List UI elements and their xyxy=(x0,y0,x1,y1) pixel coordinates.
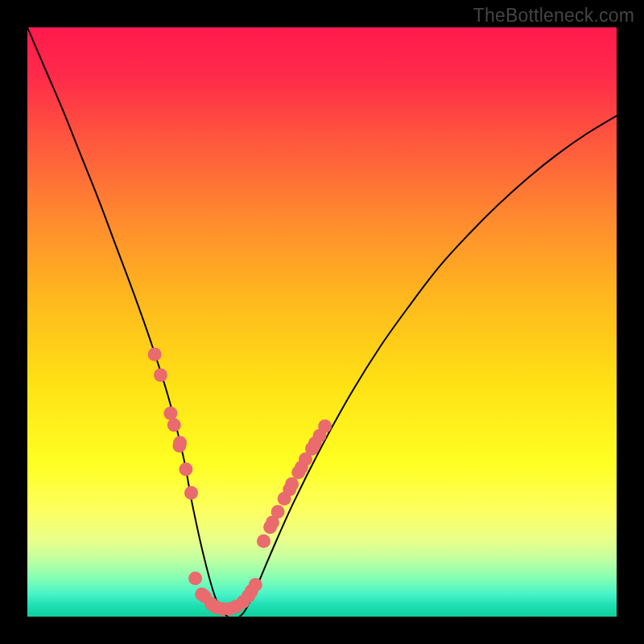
brand-watermark: TheBottleneck.com xyxy=(473,5,634,27)
marker-dot xyxy=(163,407,177,420)
marker-dot xyxy=(271,505,285,518)
marker-dot xyxy=(285,477,299,491)
marker-dot xyxy=(184,486,198,500)
outer-frame: TheBottleneck.com xyxy=(0,0,644,644)
marker-dot xyxy=(179,463,192,477)
chart-overlay xyxy=(27,27,617,617)
bottleneck-curve xyxy=(27,27,617,617)
marker-dot xyxy=(167,419,181,432)
marker-dot xyxy=(154,368,167,382)
plot-area xyxy=(27,27,617,617)
marker-dot xyxy=(249,578,262,592)
marker-dot xyxy=(148,348,162,361)
marker-dot xyxy=(318,419,332,433)
marker-dot xyxy=(257,535,270,548)
marker-dot xyxy=(188,572,202,585)
marker-dot xyxy=(173,436,187,450)
